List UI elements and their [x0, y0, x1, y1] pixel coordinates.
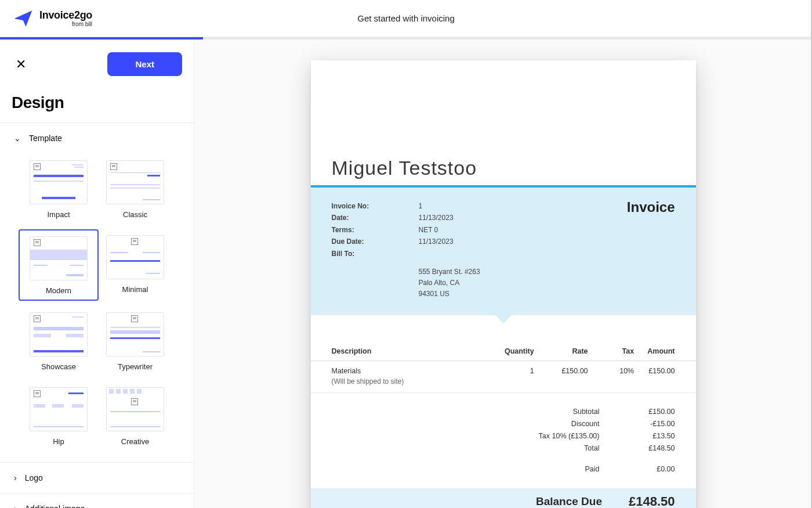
accordion-additional-image-label: Additional image: [25, 504, 85, 508]
address-line: Palo Alto, CA: [419, 278, 675, 289]
accordion-additional-image: › Additional image: [0, 493, 194, 508]
invoice-meta-band: Invoice Invoice No:1 Date:11/13/2023 Ter…: [311, 188, 696, 315]
template-thumb: [30, 236, 88, 280]
brand-tagline: from bill: [39, 21, 92, 27]
accordion-template-header[interactable]: ⌄ Template: [0, 123, 194, 153]
totals-label: Total: [524, 442, 623, 455]
balance-due-row: Balance Due £148.50: [311, 488, 696, 508]
col-amount: Amount: [634, 342, 695, 361]
template-thumb: [30, 387, 88, 431]
accordion-logo: › Logo: [0, 462, 194, 493]
template-label: Typewriter: [118, 362, 153, 371]
meta-label: Due Date:: [332, 236, 419, 247]
sidebar-heading: Design: [12, 93, 182, 112]
template-thumb: [106, 387, 164, 431]
invoice-company-name: Miguel Teststoo: [332, 157, 675, 179]
paper-plane-icon: [13, 8, 34, 29]
accordion-logo-label: Logo: [25, 473, 43, 482]
col-description: Description: [311, 342, 480, 361]
template-label: Impact: [47, 210, 70, 219]
totals-discount: -£15.00: [623, 418, 675, 430]
meta-label: Bill To:: [332, 248, 419, 260]
totals-subtotal: £150.00: [623, 406, 675, 418]
template-modern[interactable]: Modern: [19, 229, 99, 301]
template-grid: Impact Classic: [0, 153, 194, 462]
invoice-totals: Subtotal£150.00 Discount-£15.00 Tax 10% …: [311, 406, 696, 475]
col-quantity: Quantity: [480, 342, 534, 361]
meta-label: Invoice No:: [332, 200, 419, 212]
totals-label: Paid: [524, 463, 623, 475]
top-bar: Invoice2go from bill Get started with in…: [0, 0, 812, 37]
meta-value-terms: NET 0: [419, 224, 438, 236]
col-rate: Rate: [534, 342, 588, 361]
chevron-right-icon: ›: [14, 504, 17, 508]
template-thumb: [106, 312, 164, 356]
meta-value-due-date: 11/13/2023: [419, 236, 454, 247]
template-label: Classic: [123, 210, 147, 219]
template-label: Showcase: [41, 362, 76, 371]
template-thumb: [106, 160, 164, 204]
col-tax: Tax: [588, 342, 635, 361]
template-label: Hip: [53, 437, 64, 446]
totals-label: Tax 10% (£135.00): [524, 430, 623, 442]
template-thumb: [30, 160, 88, 204]
accordion-template: ⌄ Template: [0, 123, 194, 462]
invoice-doc-type: Invoice: [627, 199, 675, 215]
item-note: (Will be shipped to site): [332, 377, 480, 385]
template-label: Modern: [46, 286, 71, 295]
item-description: Materials: [332, 367, 480, 375]
template-minimal[interactable]: Minimal: [100, 235, 171, 296]
template-thumb: [106, 235, 164, 279]
template-hip[interactable]: Hip: [23, 387, 94, 446]
invoice-items-table: Description Quantity Rate Tax Amount Mat…: [311, 342, 696, 393]
meta-label: Terms:: [332, 224, 419, 236]
brand-name: Invoice2go: [39, 10, 92, 20]
chevron-right-icon: ›: [14, 473, 17, 482]
template-thumb: [30, 312, 88, 356]
item-tax: 10%: [588, 361, 635, 392]
balance-value: £148.50: [629, 494, 675, 508]
template-creative[interactable]: Creative: [100, 387, 171, 446]
close-icon: ✕: [16, 57, 26, 72]
chevron-down-icon: ⌄: [14, 134, 21, 143]
next-button[interactable]: Next: [107, 52, 182, 76]
accordion-logo-header[interactable]: › Logo: [0, 463, 194, 493]
item-quantity: 1: [480, 361, 534, 392]
accordion-template-label: Template: [29, 134, 62, 143]
meta-value-invoice-no: 1: [419, 200, 423, 212]
totals-label: Subtotal: [524, 406, 623, 418]
design-sidebar: ✕ Next Design ⌄ Template: [0, 39, 194, 508]
template-label: Minimal: [122, 285, 148, 294]
accordion-additional-image-header[interactable]: › Additional image: [0, 493, 194, 508]
address-line: 94301 US: [419, 289, 675, 300]
preview-pane[interactable]: Miguel Teststoo Invoice Invoice No:1 Dat…: [194, 39, 812, 508]
totals-paid: £0.00: [623, 463, 675, 475]
close-button[interactable]: ✕: [12, 55, 30, 74]
page-title: Get started with invoicing: [357, 13, 455, 23]
invoice-preview: Miguel Teststoo Invoice Invoice No:1 Dat…: [311, 60, 696, 508]
totals-label: Discount: [524, 418, 623, 430]
template-typewriter[interactable]: Typewriter: [100, 312, 171, 371]
totals-tax: £13.50: [623, 430, 675, 442]
totals-total: £148.50: [623, 442, 675, 455]
table-row: Materials (Will be shipped to site) 1 £1…: [311, 361, 696, 392]
meta-label: Date:: [332, 212, 419, 224]
address-line: 555 Bryant St. #263: [419, 266, 675, 278]
template-classic[interactable]: Classic: [100, 160, 171, 219]
brand-logo: Invoice2go from bill: [0, 8, 92, 29]
bill-to-address: 555 Bryant St. #263 Palo Alto, CA 94301 …: [419, 266, 675, 300]
template-label: Creative: [121, 437, 149, 446]
meta-value-date: 11/13/2023: [419, 212, 454, 224]
template-impact[interactable]: Impact: [23, 160, 94, 219]
item-rate: £150.00: [534, 361, 588, 392]
balance-label: Balance Due: [536, 495, 602, 508]
template-showcase[interactable]: Showcase: [23, 312, 94, 371]
item-amount: £150.00: [634, 361, 695, 392]
